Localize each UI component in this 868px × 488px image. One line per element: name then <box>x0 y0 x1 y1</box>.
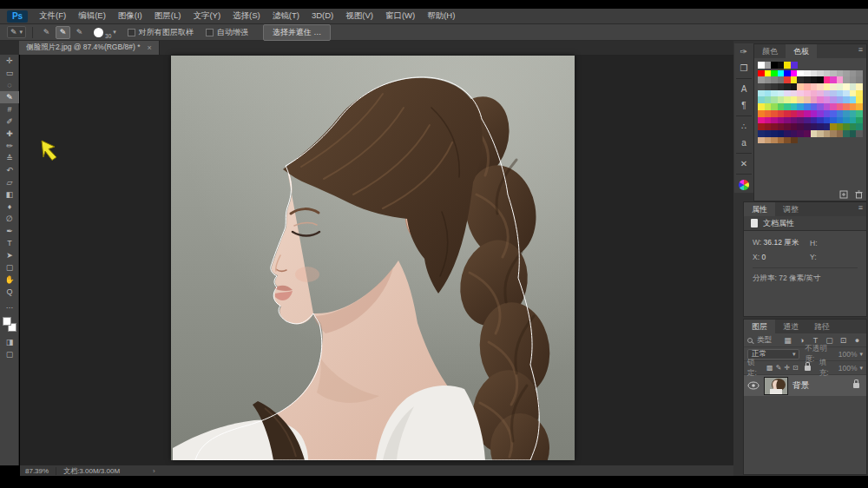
color-swatch[interactable] <box>811 76 818 83</box>
close-icon[interactable]: × <box>147 43 151 52</box>
color-swatch[interactable] <box>850 110 857 117</box>
brush-presets-icon[interactable]: ∴ <box>734 118 753 135</box>
color-swatch[interactable] <box>830 76 837 83</box>
color-swatch[interactable] <box>771 130 778 137</box>
color-swatch[interactable] <box>778 96 785 103</box>
tab-layers[interactable]: 图层 <box>744 320 775 333</box>
paragraph-icon[interactable]: ¶ <box>734 97 753 114</box>
color-swatch[interactable] <box>758 123 765 130</box>
color-swatch[interactable] <box>804 76 811 83</box>
canvas-pasteboard[interactable] <box>20 55 733 465</box>
color-swatch[interactable] <box>765 90 772 97</box>
glyphs-icon[interactable]: a <box>734 135 753 151</box>
color-swatch[interactable] <box>856 110 863 117</box>
lock-all-icon[interactable] <box>805 366 811 371</box>
color-swatch[interactable] <box>758 130 765 137</box>
tool-clone-stamp[interactable]: ≙ <box>0 152 19 164</box>
color-swatch[interactable] <box>758 117 765 124</box>
color-swatch[interactable] <box>811 110 818 117</box>
color-swatch[interactable] <box>765 70 772 77</box>
color-swatch[interactable] <box>824 76 831 83</box>
close-panel-icon[interactable]: ✕ <box>734 155 753 172</box>
color-swatch[interactable] <box>784 103 791 110</box>
color-swatch[interactable] <box>771 123 778 130</box>
color-swatch[interactable] <box>791 130 798 137</box>
color-swatch[interactable] <box>850 76 857 83</box>
color-swatch[interactable] <box>843 76 850 83</box>
color-swatch[interactable] <box>830 70 837 77</box>
color-swatch[interactable] <box>797 96 804 103</box>
color-swatch[interactable] <box>784 96 791 103</box>
color-swatch[interactable] <box>824 103 831 110</box>
color-swatch[interactable] <box>791 123 798 130</box>
color-swatch[interactable] <box>778 123 785 130</box>
color-swatch[interactable] <box>811 130 818 137</box>
foreground-color-swatch[interactable] <box>3 317 11 326</box>
color-swatch[interactable] <box>856 90 863 97</box>
color-swatch[interactable] <box>784 83 791 90</box>
tool-pen[interactable]: ✒ <box>0 225 19 237</box>
color-swatch[interactable] <box>817 130 824 137</box>
color-swatch[interactable] <box>797 110 804 117</box>
tool-type[interactable]: T <box>0 237 19 249</box>
tool-quick-selection[interactable]: ✎ <box>0 91 19 103</box>
fill-value[interactable]: 100% <box>838 364 858 373</box>
layer-row-background[interactable]: 背景 <box>744 375 866 396</box>
color-swatch[interactable] <box>778 76 785 83</box>
color-swatch[interactable] <box>830 110 837 117</box>
color-swatch[interactable] <box>843 110 850 117</box>
menu-文件[interactable]: 文件(F) <box>33 9 72 23</box>
tool-brush[interactable]: ✏ <box>0 140 19 152</box>
color-swatch[interactable] <box>791 83 798 90</box>
color-swatch[interactable] <box>850 70 857 77</box>
color-swatch[interactable] <box>850 83 857 90</box>
color-swatch[interactable] <box>765 62 772 69</box>
tool-gradient[interactable]: ◧ <box>0 188 19 201</box>
tool-path-selection[interactable]: ➤ <box>0 249 19 261</box>
tool-spot-healing-brush[interactable]: ✚ <box>0 128 19 140</box>
color-swatch[interactable] <box>843 96 850 103</box>
color-swatch[interactable] <box>784 70 791 77</box>
menu-视图[interactable]: 视图(V) <box>339 9 379 23</box>
color-swatch[interactable] <box>856 70 863 77</box>
color-swatch[interactable] <box>804 130 811 137</box>
color-swatch[interactable] <box>765 117 772 124</box>
color-swatch[interactable] <box>817 96 824 103</box>
color-swatch[interactable] <box>830 123 837 130</box>
color-swatch[interactable] <box>843 103 850 110</box>
lock-pixels-icon[interactable]: ✎ <box>776 364 782 372</box>
filter-toggle-icon[interactable]: ● <box>852 336 863 345</box>
color-swatch[interactable] <box>765 103 772 110</box>
edit-toolbar-button[interactable]: … <box>0 300 19 312</box>
color-swatch[interactable] <box>824 96 831 103</box>
color-swatch[interactable] <box>804 83 811 90</box>
color-wheel-icon[interactable] <box>734 176 753 193</box>
tool-eyedropper[interactable]: ✐ <box>0 115 19 128</box>
new-selection-button[interactable]: ✎ <box>39 26 54 39</box>
color-swatch[interactable] <box>837 117 844 124</box>
color-swatch[interactable] <box>830 130 837 137</box>
color-swatch[interactable] <box>771 62 778 69</box>
menu-图像[interactable]: 图像(I) <box>112 9 148 23</box>
tool-crop[interactable]: # <box>0 103 19 115</box>
color-swatch[interactable] <box>797 90 804 97</box>
quick-mask-button[interactable]: ◨ <box>0 336 19 348</box>
color-swatch[interactable] <box>850 90 857 97</box>
color-swatch[interactable] <box>856 123 863 130</box>
color-swatch[interactable] <box>784 130 791 137</box>
document-tab[interactable]: 侧脸照片2.jpg @ 87.4%(RGB/8#) * × <box>19 41 160 55</box>
color-swatch[interactable] <box>804 90 811 97</box>
color-swatch[interactable] <box>778 70 785 77</box>
color-swatch[interactable] <box>837 70 844 77</box>
filter-smart-objects-icon[interactable]: ⊡ <box>838 336 849 345</box>
layer-thumbnail[interactable] <box>764 377 788 395</box>
color-swatch[interactable] <box>778 110 785 117</box>
quick-selection-tool-preset[interactable]: ✎▾ <box>7 26 26 38</box>
color-swatch[interactable] <box>797 83 804 90</box>
color-swatch[interactable] <box>811 83 818 90</box>
color-swatch[interactable] <box>856 83 863 90</box>
color-swatch[interactable] <box>837 110 844 117</box>
color-swatch[interactable] <box>778 130 785 137</box>
color-swatch[interactable] <box>771 103 778 110</box>
color-swatch[interactable] <box>771 96 778 103</box>
